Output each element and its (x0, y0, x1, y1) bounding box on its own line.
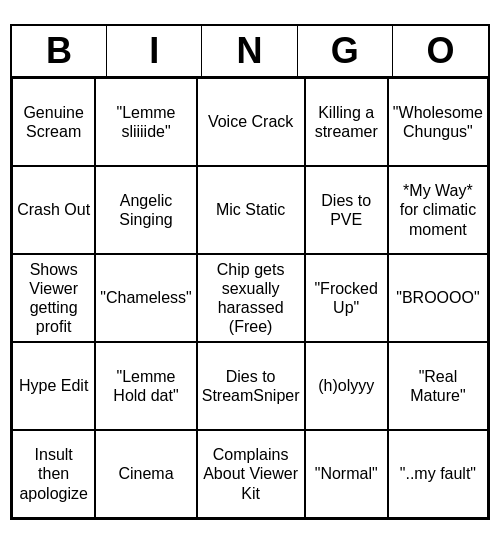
cell-text-4: "Wholesome Chungus" (393, 103, 483, 141)
header-letter-o: O (393, 26, 488, 76)
bingo-cell-8: Dies to PVE (305, 166, 388, 254)
cell-text-17: Dies to StreamSniper (202, 367, 300, 405)
bingo-cell-10: Shows Viewer getting profit (12, 254, 95, 342)
bingo-cell-13: "Frocked Up" (305, 254, 388, 342)
bingo-cell-16: "Lemme Hold dat" (95, 342, 196, 430)
cell-text-0: Genuine Scream (17, 103, 90, 141)
cell-text-19: "Real Mature" (393, 367, 483, 405)
header-letter-g: G (298, 26, 393, 76)
bingo-cell-22: Complains About Viewer Kit (197, 430, 305, 518)
bingo-cell-15: Hype Edit (12, 342, 95, 430)
bingo-cell-12: Chip gets sexually harassed (Free) (197, 254, 305, 342)
cell-text-3: Killing a streamer (310, 103, 383, 141)
cell-text-1: "Lemme sliiiide" (100, 103, 191, 141)
bingo-cell-4: "Wholesome Chungus" (388, 78, 488, 166)
bingo-card: BINGO Genuine Scream"Lemme sliiiide"Voic… (10, 24, 490, 520)
cell-text-24: "..my fault" (393, 464, 483, 483)
bingo-cell-21: Cinema (95, 430, 196, 518)
cell-text-21: Cinema (100, 464, 191, 483)
cell-text-12: Chip gets sexually harassed (Free) (202, 260, 300, 337)
cell-text-20: Insult then apologize (17, 445, 90, 503)
bingo-cell-24: "..my fault" (388, 430, 488, 518)
header-letter-i: I (107, 26, 202, 76)
bingo-cell-19: "Real Mature" (388, 342, 488, 430)
bingo-cell-5: Crash Out (12, 166, 95, 254)
cell-text-11: "Chameless" (100, 288, 191, 307)
header-letter-n: N (202, 26, 297, 76)
bingo-header: BINGO (12, 26, 488, 78)
bingo-cell-11: "Chameless" (95, 254, 196, 342)
cell-text-18: (h)olyyy (310, 376, 383, 395)
bingo-cell-3: Killing a streamer (305, 78, 388, 166)
bingo-cell-9: *My Way* for climatic moment (388, 166, 488, 254)
cell-text-7: Mic Static (202, 200, 300, 219)
cell-text-23: "Normal" (310, 464, 383, 483)
bingo-grid: Genuine Scream"Lemme sliiiide"Voice Crac… (12, 78, 488, 518)
bingo-cell-7: Mic Static (197, 166, 305, 254)
bingo-cell-0: Genuine Scream (12, 78, 95, 166)
cell-text-15: Hype Edit (17, 376, 90, 395)
header-letter-b: B (12, 26, 107, 76)
bingo-cell-6: Angelic Singing (95, 166, 196, 254)
bingo-cell-17: Dies to StreamSniper (197, 342, 305, 430)
bingo-cell-23: "Normal" (305, 430, 388, 518)
cell-text-10: Shows Viewer getting profit (17, 260, 90, 337)
cell-text-22: Complains About Viewer Kit (202, 445, 300, 503)
cell-text-14: "BROOOO" (393, 288, 483, 307)
bingo-cell-1: "Lemme sliiiide" (95, 78, 196, 166)
cell-text-8: Dies to PVE (310, 191, 383, 229)
cell-text-16: "Lemme Hold dat" (100, 367, 191, 405)
bingo-cell-2: Voice Crack (197, 78, 305, 166)
bingo-cell-18: (h)olyyy (305, 342, 388, 430)
cell-text-6: Angelic Singing (100, 191, 191, 229)
cell-text-9: *My Way* for climatic moment (393, 181, 483, 239)
cell-text-5: Crash Out (17, 200, 90, 219)
cell-text-13: "Frocked Up" (310, 279, 383, 317)
bingo-cell-20: Insult then apologize (12, 430, 95, 518)
bingo-cell-14: "BROOOO" (388, 254, 488, 342)
cell-text-2: Voice Crack (202, 112, 300, 131)
